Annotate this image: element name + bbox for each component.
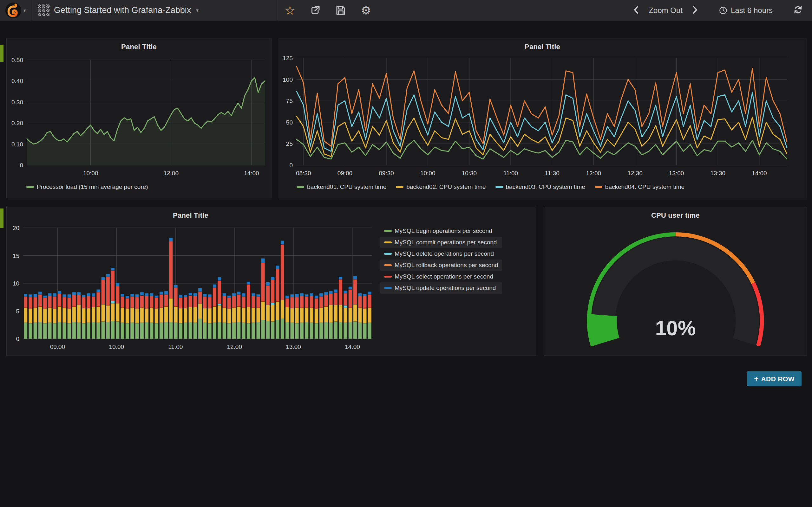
legend-label: backend02: CPU system time <box>406 183 486 190</box>
dashboard-grid-icon <box>38 4 49 16</box>
svg-text:125: 125 <box>283 55 293 61</box>
svg-text:11:00: 11:00 <box>503 170 518 176</box>
svg-text:50: 50 <box>286 119 293 126</box>
svg-text:14:00: 14:00 <box>244 170 259 176</box>
legend-item[interactable]: backend03: CPU system time <box>496 183 585 190</box>
panel-title[interactable]: Panel Title <box>7 211 374 220</box>
clock-icon <box>719 6 728 15</box>
svg-text:10:00: 10:00 <box>420 170 436 176</box>
legend-label: MySQL update operations per second <box>395 285 496 291</box>
refresh-button[interactable] <box>791 3 806 17</box>
svg-text:0: 0 <box>289 162 293 169</box>
chart-legend: backend01: CPU system timebackend02: CPU… <box>297 183 684 190</box>
panel-cpu-user-time: CPU user time 10% <box>544 207 807 356</box>
grafana-logo-menu[interactable]: ▾ <box>0 0 31 20</box>
legend-label: MySQL select operations per second <box>395 273 493 280</box>
svg-text:10:00: 10:00 <box>83 170 98 176</box>
svg-text:13:30: 13:30 <box>710 170 725 176</box>
dashboard-caret-icon: ▾ <box>196 7 199 13</box>
svg-text:09:30: 09:30 <box>379 170 394 176</box>
panel-title[interactable]: Panel Title <box>7 43 271 51</box>
legend-item[interactable]: backend04: CPU system time <box>595 183 684 190</box>
legend-item[interactable]: MySQL select operations per second <box>380 271 502 282</box>
svg-text:0: 0 <box>20 162 23 169</box>
processor-load-chart[interactable]: 00.100.200.300.400.5010:0012:0014:00 <box>7 55 271 180</box>
svg-text:11:00: 11:00 <box>168 343 183 350</box>
svg-text:13:00: 13:00 <box>286 343 301 350</box>
chart-legend: MySQL begin operations per secondMySQL c… <box>380 225 502 294</box>
legend-label: Processor load (15 min average per core) <box>37 183 148 190</box>
time-range-label: Last 6 hours <box>731 6 773 15</box>
save-icon <box>335 5 346 16</box>
svg-text:14:00: 14:00 <box>345 343 360 350</box>
legend-item[interactable]: MySQL commit operations per second <box>380 237 502 248</box>
legend-label: backend04: CPU system time <box>605 183 684 190</box>
legend-color-dash <box>384 264 392 266</box>
zoom-out-label: Zoom Out <box>649 6 682 15</box>
save-dashboard-button[interactable] <box>328 0 353 20</box>
dashboard-title: Getting Started with Grafana-Zabbix <box>54 5 191 15</box>
legend-label: MySQL delete operations per second <box>395 250 494 257</box>
legend-label: backend01: CPU system time <box>307 183 386 190</box>
refresh-icon <box>793 5 803 15</box>
time-range-picker[interactable]: Last 6 hours <box>716 4 776 17</box>
time-shift-back-button[interactable] <box>630 4 642 17</box>
svg-text:09:00: 09:00 <box>50 343 65 350</box>
row-toggle-handle[interactable] <box>0 209 3 228</box>
svg-text:0: 0 <box>16 336 19 342</box>
legend-color-dash <box>396 186 403 188</box>
svg-text:08:30: 08:30 <box>296 170 311 176</box>
legend-color-dash <box>384 287 392 289</box>
panel-title[interactable]: Panel Title <box>278 43 807 51</box>
svg-text:25: 25 <box>286 140 293 147</box>
svg-text:5: 5 <box>16 308 19 315</box>
logo-caret-icon: ▾ <box>23 8 26 13</box>
cpu-user-time-gauge[interactable]: 10% <box>544 207 807 355</box>
svg-text:15: 15 <box>13 252 19 259</box>
svg-text:12:00: 12:00 <box>227 343 242 350</box>
star-dashboard-button[interactable]: ☆ <box>277 0 303 20</box>
svg-text:14:00: 14:00 <box>752 170 767 176</box>
legend-item[interactable]: backend01: CPU system time <box>297 183 386 190</box>
svg-text:10:00: 10:00 <box>109 343 124 350</box>
add-row-button[interactable]: + ADD ROW <box>747 372 802 386</box>
svg-text:75: 75 <box>286 98 293 104</box>
share-icon <box>310 5 321 16</box>
row-toggle-handle[interactable] <box>0 45 3 62</box>
svg-text:09:00: 09:00 <box>338 170 353 176</box>
svg-text:12:30: 12:30 <box>627 170 643 176</box>
legend-color-dash <box>384 253 392 255</box>
dashboard-settings-button[interactable]: ⚙ <box>353 0 379 20</box>
legend-color-dash <box>384 241 392 243</box>
legend-item[interactable]: MySQL delete operations per second <box>380 248 502 260</box>
legend-label: MySQL rollback operations per second <box>395 262 498 269</box>
legend-item[interactable]: backend02: CPU system time <box>396 183 486 190</box>
svg-text:0.10: 0.10 <box>11 141 23 148</box>
legend-label: backend03: CPU system time <box>506 183 585 190</box>
legend-item[interactable]: MySQL begin operations per second <box>380 225 502 237</box>
legend-color-dash <box>384 276 392 278</box>
svg-text:100: 100 <box>283 76 293 83</box>
legend-color-dash <box>496 186 503 188</box>
add-row-label: ADD ROW <box>761 375 795 383</box>
gear-icon: ⚙ <box>361 5 371 16</box>
mysql-operations-chart[interactable]: 0510152009:0010:0011:0012:0013:0014:00 <box>7 223 377 354</box>
panel-cpu-system-time: Panel Title 025507510012508:3009:0009:30… <box>278 38 807 198</box>
legend-item[interactable]: MySQL update operations per second <box>380 282 502 294</box>
zoom-out-button[interactable]: Zoom Out <box>646 4 686 17</box>
legend-item[interactable]: MySQL rollback operations per second <box>380 260 502 271</box>
svg-text:10:30: 10:30 <box>462 170 477 176</box>
top-navbar: ▾ Getting Started with Grafana-Zabbix ▾ … <box>0 0 812 21</box>
legend-label: MySQL commit operations per second <box>395 239 497 246</box>
panel-mysql-operations: Panel Title 0510152009:0010:0011:0012:00… <box>6 207 537 356</box>
dashboard-picker[interactable]: Getting Started with Grafana-Zabbix ▾ <box>32 0 276 20</box>
svg-text:0.50: 0.50 <box>11 57 23 63</box>
share-dashboard-button[interactable] <box>303 0 328 20</box>
chart-legend: Processor load (15 min average per core) <box>26 183 148 190</box>
legend-color-dash <box>26 186 34 188</box>
cpu-system-time-chart[interactable]: 025507510012508:3009:0009:3010:0010:3011… <box>278 55 807 180</box>
plus-icon: + <box>754 375 758 383</box>
time-shift-forward-button[interactable] <box>689 4 701 17</box>
legend-item[interactable]: Processor load (15 min average per core) <box>26 183 148 190</box>
timepicker-controls: Zoom Out Last 6 hours <box>630 3 812 17</box>
